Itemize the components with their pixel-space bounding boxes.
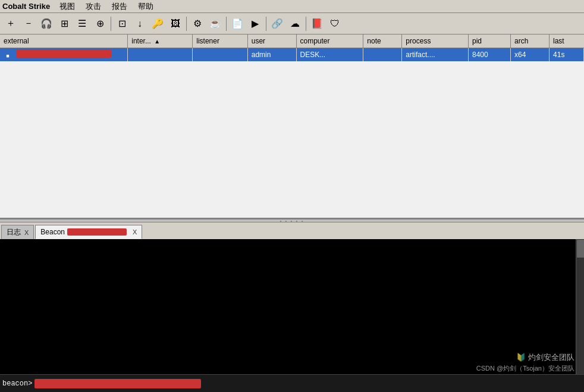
grid-button[interactable]: ⊞ (56, 15, 73, 32)
menu-view[interactable]: 视图 (57, 1, 77, 12)
separator-1 (111, 17, 111, 31)
box-button[interactable]: ⊡ (114, 15, 130, 32)
separator-3 (226, 17, 227, 31)
cell-user: admin (247, 48, 296, 61)
cell-process: artifact.... (402, 48, 469, 61)
image-button[interactable]: 🖼 (167, 15, 184, 32)
coffee-button[interactable]: ☕ (207, 15, 224, 32)
separator-4 (266, 17, 266, 31)
download-button[interactable]: ↓ (131, 15, 148, 32)
main-container: external inter... ▲ listener user comput… (0, 35, 584, 392)
cell-note (363, 48, 402, 61)
cell-listener (193, 48, 247, 61)
toolbar: ＋ － 🎧 ⊞ ☰ ⊕ ⊡ ↓ 🔑 🖼 ⚙ ☕ 📄 ▶ 🔗 ☁ 📕 🛡 (0, 13, 584, 35)
terminal-button[interactable]: ▶ (247, 15, 263, 32)
cell-internal (128, 48, 193, 61)
separator-5 (306, 17, 306, 31)
separator-2 (186, 17, 187, 31)
tab-beacon[interactable]: Beacon X (35, 225, 142, 239)
tab-log[interactable]: 日志 X (1, 225, 34, 239)
app-title: Cobalt Strike (2, 2, 50, 11)
beacon-panel: external inter... ▲ listener user comput… (0, 35, 584, 219)
menu-help[interactable]: 帮助 (136, 1, 156, 12)
col-last[interactable]: last (550, 35, 584, 48)
menu-attack[interactable]: 攻击 (83, 1, 103, 12)
col-external[interactable]: external (0, 35, 128, 48)
cell-last: 41s (550, 48, 584, 61)
add-button[interactable]: ＋ (2, 15, 19, 32)
windows-icon: ■ (4, 52, 12, 60)
col-computer[interactable]: computer (296, 35, 363, 48)
cell-pid: 8400 (468, 48, 510, 61)
table-row[interactable]: ■ admin DESK... artifact.... 8400 x64 41… (0, 48, 584, 61)
link-button[interactable]: 🔗 (269, 15, 285, 32)
cell-computer: DESK... (296, 48, 363, 61)
col-user[interactable]: user (247, 35, 296, 48)
beacon-prompt: beacon> (2, 380, 32, 388)
tab-beacon-ip-bar (67, 228, 127, 236)
remove-button[interactable]: － (20, 15, 37, 32)
tab-log-close[interactable]: X (24, 229, 29, 236)
target-button[interactable]: ⊕ (92, 15, 108, 32)
shield-button[interactable]: 🛡 (326, 15, 343, 32)
console-output[interactable] (0, 239, 584, 374)
col-pid[interactable]: pid (468, 35, 510, 48)
cell-external: ■ (0, 48, 128, 61)
console-input-bar[interactable] (34, 379, 201, 388)
sort-arrow-internal: ▲ (154, 38, 160, 45)
beacon-table: external inter... ▲ listener user comput… (0, 35, 584, 61)
scrollbar-thumb (577, 240, 584, 258)
tab-beacon-close[interactable]: X (133, 228, 137, 236)
bottom-panel: 日志 X Beacon X 🔰 灼剑安全团队 CSDN @灼剑（Tsojan）安… (0, 222, 584, 392)
key-button[interactable]: 🔑 (149, 15, 166, 32)
col-arch[interactable]: arch (511, 35, 550, 48)
input-bar: beacon> (0, 374, 584, 392)
table-header: external inter... ▲ listener user comput… (0, 35, 584, 48)
gear-button[interactable]: ⚙ (189, 15, 206, 32)
tab-bar: 日志 X Beacon X (0, 222, 584, 239)
table-body: ■ admin DESK... artifact.... 8400 x64 41… (0, 48, 584, 61)
headset-button[interactable]: 🎧 (38, 15, 55, 32)
cloud-button[interactable]: ☁ (287, 15, 303, 32)
col-process[interactable]: process (402, 35, 469, 48)
cell-arch: x64 (511, 48, 550, 61)
menu-bar: Cobalt Strike 视图 攻击 报告 帮助 (0, 0, 584, 13)
ip-bar-external (16, 49, 111, 58)
col-listener[interactable]: listener (193, 35, 247, 48)
list-button[interactable]: ☰ (74, 15, 90, 32)
book-button[interactable]: 📕 (309, 15, 325, 32)
menu-report[interactable]: 报告 (109, 1, 130, 12)
tab-log-label: 日志 (7, 227, 21, 237)
tab-beacon-label: Beacon (40, 228, 65, 236)
doc-button[interactable]: 📄 (229, 15, 246, 32)
col-note[interactable]: note (363, 35, 402, 48)
console-scrollbar[interactable] (576, 239, 584, 374)
console-area: 🔰 灼剑安全团队 CSDN @灼剑（Tsojan）安全团队 beacon> (0, 239, 584, 392)
col-internal[interactable]: inter... ▲ (128, 35, 193, 48)
